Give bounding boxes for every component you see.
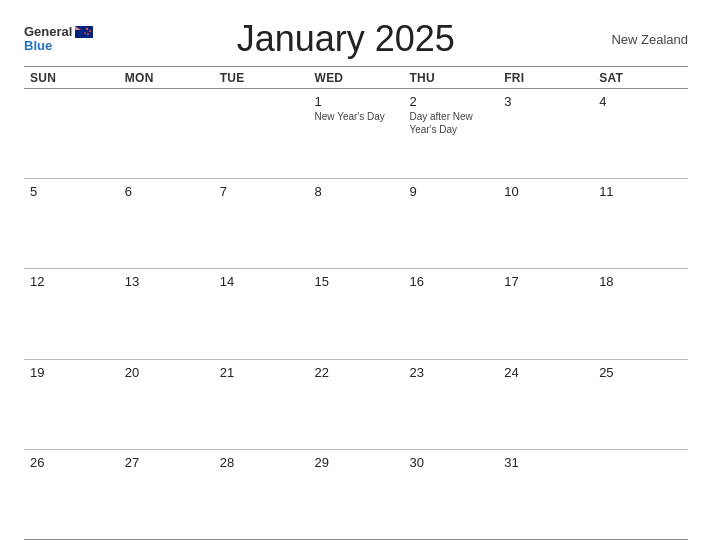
calendar-cell: 30 xyxy=(403,450,498,539)
weekday-wed: WED xyxy=(309,67,404,88)
calendar-date: 20 xyxy=(125,365,208,380)
calendar-event: New Year's Day xyxy=(315,111,398,124)
calendar-date: 25 xyxy=(599,365,682,380)
calendar-date: 26 xyxy=(30,455,113,470)
calendar-date: 8 xyxy=(315,184,398,199)
weekday-tue: TUE xyxy=(214,67,309,88)
calendar-date: 14 xyxy=(220,274,303,289)
calendar-date: 28 xyxy=(220,455,303,470)
calendar-cell: 4 xyxy=(593,89,688,178)
calendar-date: 29 xyxy=(315,455,398,470)
calendar-date: 11 xyxy=(599,184,682,199)
calendar: SUN MON TUE WED THU FRI SAT 1New Year's … xyxy=(24,67,688,540)
calendar-date: 24 xyxy=(504,365,587,380)
weekday-sat: SAT xyxy=(593,67,688,88)
calendar-date: 2 xyxy=(409,94,492,109)
calendar-week-3: 12131415161718 xyxy=(24,269,688,359)
calendar-cell: 2Day after NewYear's Day xyxy=(403,89,498,178)
calendar-date: 19 xyxy=(30,365,113,380)
calendar-date: 1 xyxy=(315,94,398,109)
calendar-date: 31 xyxy=(504,455,587,470)
calendar-cell: 21 xyxy=(214,360,309,449)
calendar-cell: 14 xyxy=(214,269,309,358)
calendar-cell: 20 xyxy=(119,360,214,449)
calendar-cell: 19 xyxy=(24,360,119,449)
calendar-cell: 23 xyxy=(403,360,498,449)
calendar-cell: 18 xyxy=(593,269,688,358)
calendar-cell: 29 xyxy=(309,450,404,539)
logo-flag-icon xyxy=(75,26,93,38)
logo: General Blue xyxy=(24,25,93,54)
calendar-cell: 5 xyxy=(24,179,119,268)
calendar-cell xyxy=(24,89,119,178)
calendar-cell: 3 xyxy=(498,89,593,178)
calendar-week-4: 19202122232425 xyxy=(24,360,688,450)
calendar-cell: 9 xyxy=(403,179,498,268)
calendar-date: 17 xyxy=(504,274,587,289)
calendar-cell: 15 xyxy=(309,269,404,358)
calendar-date: 6 xyxy=(125,184,208,199)
region-label: New Zealand xyxy=(598,32,688,47)
calendar-cell: 7 xyxy=(214,179,309,268)
calendar-date: 30 xyxy=(409,455,492,470)
calendar-week-1: 1New Year's Day2Day after NewYear's Day3… xyxy=(24,89,688,179)
header: General Blue xyxy=(24,18,688,60)
weekday-thu: THU xyxy=(403,67,498,88)
calendar-date: 21 xyxy=(220,365,303,380)
calendar-date: 18 xyxy=(599,274,682,289)
calendar-cell: 17 xyxy=(498,269,593,358)
calendar-cell: 24 xyxy=(498,360,593,449)
calendar-cell: 11 xyxy=(593,179,688,268)
svg-point-6 xyxy=(90,30,91,31)
calendar-week-2: 567891011 xyxy=(24,179,688,269)
calendar-body: 1New Year's Day2Day after NewYear's Day3… xyxy=(24,89,688,540)
calendar-page: General Blue xyxy=(0,0,712,550)
calendar-cell: 12 xyxy=(24,269,119,358)
calendar-cell: 28 xyxy=(214,450,309,539)
logo-general-text: General xyxy=(24,25,72,39)
calendar-cell: 31 xyxy=(498,450,593,539)
calendar-date: 13 xyxy=(125,274,208,289)
calendar-cell: 8 xyxy=(309,179,404,268)
svg-point-4 xyxy=(87,28,88,29)
weekday-mon: MON xyxy=(119,67,214,88)
calendar-date: 15 xyxy=(315,274,398,289)
calendar-date: 10 xyxy=(504,184,587,199)
svg-point-8 xyxy=(88,33,89,34)
calendar-week-5: 262728293031 xyxy=(24,450,688,540)
calendar-cell: 22 xyxy=(309,360,404,449)
calendar-date: 7 xyxy=(220,184,303,199)
calendar-cell: 16 xyxy=(403,269,498,358)
logo-blue-text: Blue xyxy=(24,39,52,53)
calendar-date: 5 xyxy=(30,184,113,199)
calendar-cell: 26 xyxy=(24,450,119,539)
calendar-event: Day after NewYear's Day xyxy=(409,111,492,136)
calendar-cell: 10 xyxy=(498,179,593,268)
calendar-cell: 27 xyxy=(119,450,214,539)
weekday-header: SUN MON TUE WED THU FRI SAT xyxy=(24,67,688,89)
calendar-date: 12 xyxy=(30,274,113,289)
calendar-cell: 25 xyxy=(593,360,688,449)
calendar-date: 3 xyxy=(504,94,587,109)
calendar-cell xyxy=(593,450,688,539)
calendar-cell xyxy=(119,89,214,178)
calendar-date: 9 xyxy=(409,184,492,199)
weekday-sun: SUN xyxy=(24,67,119,88)
calendar-cell: 6 xyxy=(119,179,214,268)
calendar-cell: 13 xyxy=(119,269,214,358)
calendar-date: 16 xyxy=(409,274,492,289)
calendar-cell: 1New Year's Day xyxy=(309,89,404,178)
weekday-fri: FRI xyxy=(498,67,593,88)
calendar-date: 23 xyxy=(409,365,492,380)
calendar-date: 27 xyxy=(125,455,208,470)
calendar-title: January 2025 xyxy=(93,18,598,60)
calendar-date: 22 xyxy=(315,365,398,380)
calendar-cell xyxy=(214,89,309,178)
calendar-date: 4 xyxy=(599,94,682,109)
svg-point-10 xyxy=(85,33,86,34)
